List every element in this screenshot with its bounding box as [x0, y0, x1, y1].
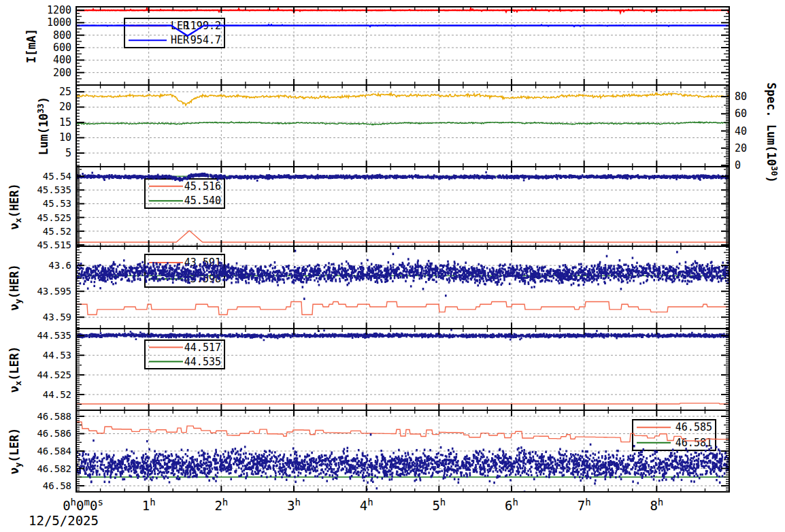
- beam-tune-monitor-chart: LER1199.2HER954.720040060080010001200I[m…: [0, 0, 785, 532]
- y-axis-title-current: I[mA]: [24, 29, 38, 63]
- y-tick-label: 43.6: [48, 260, 71, 271]
- y-tick-label: 44.53: [43, 350, 71, 361]
- y-tick-label: 44.52: [43, 389, 71, 400]
- legend-entry-value: 44.535: [184, 356, 221, 368]
- chart-canvas-holder: LER1199.2HER954.720040060080010001200I[m…: [0, 0, 785, 532]
- y-tick-label: 5: [65, 147, 71, 159]
- y-tick-label: 46.582: [37, 463, 71, 474]
- y-tick-label: 46.588: [37, 411, 71, 422]
- y-tick-label: 45.52: [43, 226, 71, 237]
- y-tick-label: 45.53: [43, 198, 71, 209]
- y-tick-label: 44.535: [37, 330, 71, 341]
- y-tick-label: 400: [53, 54, 71, 66]
- legend-entry-value: 45.540: [184, 195, 221, 207]
- y-tick-label: 44.525: [37, 369, 71, 380]
- y-tick-label: 1000: [47, 16, 71, 29]
- y-tick-label: 45.535: [37, 184, 71, 195]
- right-tick-label: 80: [735, 90, 747, 103]
- legend-entry-value: 45.516: [184, 180, 221, 193]
- y-tick-label: 45.54: [43, 171, 71, 182]
- right-tick-label: 60: [735, 107, 747, 120]
- legend-entry-value: 44.517: [184, 342, 221, 354]
- y-tick-label: 46.586: [37, 428, 71, 439]
- legend-entry-value: 46.585: [675, 421, 712, 433]
- y-tick-label: 43.59: [43, 312, 71, 322]
- y-tick-label: 43.595: [37, 286, 71, 297]
- right-tick-label: 0: [735, 159, 741, 171]
- x-tick-label: 0h0m0s: [63, 497, 103, 513]
- y-tick-label: 10: [59, 131, 71, 144]
- y-tick-label: 45.525: [37, 212, 71, 223]
- y-tick-label: 200: [53, 67, 71, 79]
- y-tick-label: 15: [59, 116, 71, 129]
- date-label: 12/5/2025: [29, 513, 99, 528]
- beam-tune-monitor-screen: LER1199.2HER954.720040060080010001200I[m…: [0, 0, 785, 532]
- y-tick-label: 600: [53, 41, 71, 54]
- right-tick-label: 20: [735, 142, 747, 154]
- y-tick-label: 1200: [47, 4, 71, 16]
- y-tick-label: 45.515: [37, 239, 71, 250]
- y-tick-label: 46.584: [37, 446, 71, 456]
- right-tick-label: 40: [735, 125, 747, 137]
- y-tick-label: 800: [53, 29, 71, 41]
- y-tick-label: 46.58: [43, 480, 71, 491]
- y-tick-label: 25: [59, 86, 71, 98]
- y-tick-label: 20: [59, 101, 71, 113]
- legend-entry-value: 954.7: [190, 34, 221, 46]
